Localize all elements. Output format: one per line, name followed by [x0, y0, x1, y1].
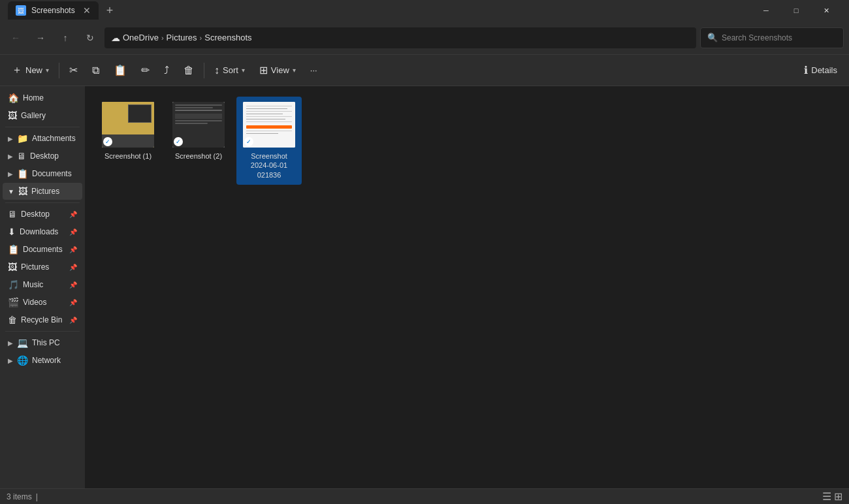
paste-icon: 📋 [114, 64, 127, 76]
rename-icon: ✏ [141, 64, 150, 76]
sidebar-pinned-desktop[interactable]: 🖥 Desktop 📌 [3, 206, 82, 223]
refresh-button[interactable]: ↻ [80, 27, 101, 48]
sidebar-item-documents[interactable]: ▶ 📋 Documents [3, 165, 82, 182]
sidebar-item-attachments[interactable]: ▶ 📁 Attachments [3, 130, 82, 147]
new-label: New [25, 65, 42, 75]
details-icon: ℹ [804, 64, 808, 76]
paste-button[interactable]: 📋 [107, 59, 133, 82]
downloads-pinned-icon: ⬇ [8, 227, 16, 237]
sidebar-pinned-music[interactable]: 🎵 Music 📌 [3, 276, 82, 293]
list-view-icon[interactable]: ☰ [822, 490, 831, 503]
sidebar-pinned-recyclebin[interactable]: 🗑 Recycle Bin 📌 [3, 311, 82, 328]
sidebar-item-thispc[interactable]: ▶ 💻 This PC [3, 334, 82, 351]
network-icon: 🌐 [17, 355, 28, 366]
breadcrumb-sep2: › [200, 34, 202, 42]
new-tab-button[interactable]: + [106, 4, 114, 18]
new-dropdown-icon: ▾ [46, 67, 49, 74]
toolbar-separator-1 [59, 63, 59, 78]
share-button[interactable]: ⤴ [157, 59, 176, 82]
breadcrumb[interactable]: ☁ OneDrive › Pictures › Screenshots [104, 27, 696, 48]
maximize-button[interactable]: □ [781, 0, 811, 21]
tab-icon: 🖼 [16, 5, 26, 16]
file-item-screenshot1[interactable]: ✓ Screenshot (1) [95, 97, 161, 185]
sidebar-divider-3 [5, 331, 80, 332]
breadcrumb-screenshots: Screenshots [204, 33, 251, 42]
pictures-icon: 🖼 [18, 186, 27, 197]
sidebar-home-label: Home [23, 93, 77, 102]
sidebar-item-desktop[interactable]: ▶ 🖥 Desktop [3, 148, 82, 165]
copy-button[interactable]: ⧉ [86, 59, 106, 82]
thispc-icon: 💻 [17, 338, 28, 348]
music-icon: 🎵 [8, 279, 19, 290]
title-bar: 🖼 Screenshots ✕ + ─ □ ✕ [0, 0, 849, 21]
cut-icon: ✂ [69, 64, 78, 76]
sort-button[interactable]: ↕ Sort ▾ [208, 59, 251, 82]
sidebar-pinned-videos-label: Videos [23, 298, 65, 307]
grid-view-icon[interactable]: ⊞ [834, 490, 842, 503]
main-area: 🏠 Home 🖼 Gallery ▶ 📁 Attachments ▶ 🖥 Des… [0, 86, 849, 488]
status-separator: | [36, 492, 38, 501]
sidebar-pinned-desktop-label: Desktop [21, 210, 65, 219]
arrow-icon: ▶ [8, 170, 13, 178]
sidebar-thispc-label: This PC [32, 338, 77, 347]
sidebar-item-network[interactable]: ▶ 🌐 Network [3, 352, 82, 369]
file-item-screenshot3[interactable]: ✓ Screenshot 2024-06-01 021836 [236, 97, 302, 185]
sidebar-divider-2 [5, 202, 80, 203]
view-button[interactable]: ⊞ View ▾ [253, 59, 302, 82]
file-name-3: Screenshot 2024-06-01 021836 [251, 151, 287, 180]
sidebar-attachments-label: Attachments [32, 134, 77, 143]
sort-label: Sort [223, 65, 238, 75]
file-item-screenshot2[interactable]: ✓ Screenshot (2) [166, 97, 231, 185]
sidebar-item-gallery[interactable]: 🖼 Gallery [3, 107, 82, 124]
sidebar-item-pictures[interactable]: ▼ 🖼 Pictures [3, 183, 82, 200]
pictures-pinned-icon: 🖼 [8, 262, 17, 272]
details-button[interactable]: ℹ Details [797, 59, 844, 82]
up-button[interactable]: ↑ [55, 27, 76, 48]
sidebar-desktop-label: Desktop [30, 151, 77, 161]
file-grid: ✓ Screenshot (1) ✓ Screen [95, 97, 839, 185]
search-box[interactable]: 🔍 Search Screenshots [700, 27, 844, 48]
view-icon: ⊞ [259, 64, 268, 76]
sidebar-item-home[interactable]: 🏠 Home [3, 89, 82, 106]
home-icon: 🏠 [8, 93, 19, 103]
pin-icon: 📌 [69, 317, 77, 324]
sidebar-pinned-recyclebin-label: Recycle Bin [21, 315, 65, 324]
close-button[interactable]: ✕ [811, 0, 841, 21]
sidebar-pinned-downloads[interactable]: ⬇ Downloads 📌 [3, 223, 82, 240]
more-icon: ··· [310, 65, 317, 75]
sort-dropdown-icon: ▾ [242, 67, 245, 74]
sidebar-documents-label: Documents [32, 169, 77, 178]
view-dropdown-icon: ▾ [293, 67, 296, 74]
videos-icon: 🎬 [8, 297, 19, 307]
forward-button[interactable]: → [30, 27, 51, 48]
file-content-area: ✓ Screenshot (1) ✓ Screen [85, 86, 849, 488]
arrow-icon: ▶ [8, 357, 13, 364]
active-tab[interactable]: 🖼 Screenshots ✕ [8, 1, 99, 20]
copy-icon: ⧉ [92, 65, 99, 76]
address-bar: ← → ↑ ↻ ☁ OneDrive › Pictures › Screensh… [0, 21, 849, 55]
new-icon: ＋ [12, 63, 22, 77]
cut-button[interactable]: ✂ [63, 59, 84, 82]
view-label: View [271, 65, 289, 75]
file-thumb-3: ✓ [243, 102, 295, 148]
tab-close-button[interactable]: ✕ [83, 5, 91, 16]
sidebar-pinned-documents[interactable]: 📋 Documents 📌 [3, 241, 82, 258]
new-button[interactable]: ＋ New ▾ [5, 59, 56, 82]
delete-button[interactable]: 🗑 [177, 59, 200, 82]
sidebar-pinned-pictures[interactable]: 🖼 Pictures 📌 [3, 259, 82, 276]
sidebar-pinned-documents-label: Documents [23, 245, 65, 254]
sidebar-gallery-label: Gallery [21, 111, 77, 120]
sidebar-pinned-videos[interactable]: 🎬 Videos 📌 [3, 294, 82, 311]
file-name-1: Screenshot (1) [104, 151, 152, 161]
breadcrumb-pictures: Pictures [167, 33, 197, 42]
sort-icon: ↕ [214, 65, 219, 76]
more-button[interactable]: ··· [304, 59, 324, 82]
tab-label: Screenshots [31, 6, 75, 15]
file-thumb-1: ✓ [102, 102, 154, 148]
sidebar: 🏠 Home 🖼 Gallery ▶ 📁 Attachments ▶ 🖥 Des… [0, 86, 85, 488]
minimize-button[interactable]: ─ [751, 0, 781, 21]
details-label: Details [811, 65, 837, 75]
window-controls: ─ □ ✕ [751, 0, 841, 21]
rename-button[interactable]: ✏ [135, 59, 156, 82]
back-button[interactable]: ← [5, 27, 26, 48]
